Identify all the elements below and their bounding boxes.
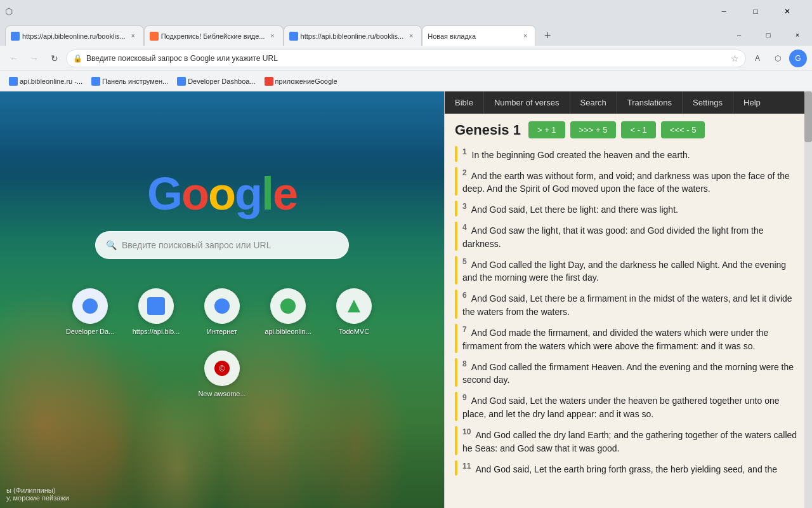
verse-row: 8 And God called the firmament Heaven. A… <box>455 358 802 387</box>
verse-text: And the earth was without form, and void… <box>462 170 790 194</box>
google-e: e <box>273 168 297 219</box>
search-placeholder: Введите поисковый запрос или URL <box>122 240 271 250</box>
tab-close-4[interactable]: × <box>520 31 530 41</box>
svg-point-3 <box>280 298 296 314</box>
forward-button[interactable]: → <box>25 50 43 67</box>
bible-nav-translations[interactable]: Translations <box>617 91 683 114</box>
bible-chapter-header: Genesis 1 > + 1 >>> + 5 < - 1 <<< - 5 <box>455 121 802 138</box>
search-box[interactable]: 🔍 Введите поисковый запрос или URL <box>95 231 349 259</box>
verse-text: And God made the firmament, and divided … <box>462 328 768 351</box>
verse-content: 3 And God said, Let there be light: and … <box>462 201 802 217</box>
verse-text: And God said, Let the earth bring forth … <box>475 464 777 474</box>
verse-number: 1 <box>462 147 467 156</box>
shortcut-label-1: Developer Da... <box>65 328 115 335</box>
nav-next5-button[interactable]: >>> + 5 <box>570 121 617 138</box>
shortcut-icon-3 <box>204 288 240 324</box>
nav-help-label: Help <box>743 98 761 107</box>
maximize-button[interactable]: □ <box>741 2 770 21</box>
verse-content: 1 In the beginning God created the heave… <box>462 146 802 162</box>
verse-marker <box>455 167 457 196</box>
verse-content: 7 And God made the firmament, and divide… <box>462 324 802 353</box>
verse-content: 9 And God said, Let the waters under the… <box>462 392 802 421</box>
back-button[interactable]: ← <box>5 50 23 67</box>
minimize-button[interactable]: – <box>709 2 738 21</box>
extensions-icon[interactable]: ⬡ <box>769 50 787 67</box>
new-tab-button[interactable]: + <box>539 27 556 44</box>
verse-number: 9 <box>462 393 467 402</box>
verse-row: 4 And God saw the light, that it was goo… <box>455 222 802 251</box>
close-button[interactable]: ✕ <box>773 2 802 21</box>
verse-row: 9 And God said, Let the waters under the… <box>455 392 802 421</box>
scrollbar-track[interactable] <box>804 91 812 508</box>
verse-text: And God called the dry land Earth; and t… <box>462 430 797 453</box>
shortcut-3[interactable]: Интернет <box>197 288 247 335</box>
search-box-container: 🔍 Введите поисковый запрос или URL <box>95 231 349 259</box>
bible-nav-search[interactable]: Search <box>570 91 617 114</box>
nav-bible-label: Bible <box>455 98 473 107</box>
verse-marker <box>455 146 457 162</box>
bible-nav-number[interactable]: Number of verses <box>484 91 570 114</box>
close-btn2[interactable]: × <box>783 25 812 44</box>
bookmark-item-4[interactable]: приложениеGoogle <box>261 75 341 88</box>
shortcut-label-2: https://api.bib... <box>131 328 181 335</box>
nav-translations-label: Translations <box>627 98 672 107</box>
bible-nav-bible[interactable]: Bible <box>445 91 484 114</box>
verse-text: And God called the light Day, and the da… <box>462 259 786 283</box>
shortcut-label-6: New awsome... <box>197 390 247 398</box>
verse-content: 8 And God called the firmament Heaven. A… <box>462 358 802 387</box>
shortcut-2[interactable]: https://api.bib... <box>131 288 181 335</box>
tab-close-3[interactable]: × <box>406 31 416 41</box>
tab-1[interactable]: https://api.bibleonline.ru/booklis... × <box>5 25 144 46</box>
bookmark-item-2[interactable]: Панель инструмен... <box>88 75 172 88</box>
verse-row: 10 And God called the dry land Earth; an… <box>455 426 802 455</box>
browser-icon: ⬡ <box>5 6 13 17</box>
tab-title-2: Подкрепись! Библейские виде... <box>161 32 265 40</box>
translate-icon[interactable]: A <box>749 50 766 67</box>
nav-prev1-button[interactable]: < - 1 <box>621 121 655 138</box>
bookmark-favicon-3 <box>177 77 186 86</box>
verse-row: 7 And God made the firmament, and divide… <box>455 324 802 353</box>
refresh-button[interactable]: ↻ <box>46 50 63 67</box>
main-content: Google 🔍 Введите поисковый запрос или UR… <box>0 91 812 508</box>
minimize-btn2[interactable]: – <box>724 25 754 44</box>
shortcut-4[interactable]: api.bibleonlin... <box>263 288 313 335</box>
verse-marker <box>455 222 457 251</box>
nav-settings-label: Settings <box>693 98 723 107</box>
speed-dial: Developer Da... https://api.bib... Интер… <box>63 288 381 398</box>
verse-row: 3 And God said, Let there be light: and … <box>455 201 802 217</box>
tab-4[interactable]: Новая вкладка × <box>422 25 536 46</box>
verse-row: 6 And God said, Let there be a firmament… <box>455 290 802 319</box>
shortcut-label-3: Интернет <box>197 328 247 335</box>
verse-marker <box>455 392 457 421</box>
verse-marker <box>455 290 457 319</box>
restore-btn2[interactable]: □ <box>754 25 783 44</box>
verses-container: 1 In the beginning God created the heave… <box>455 146 802 476</box>
bottom-text: ы (Филиппины) у, морские пейзажи <box>6 486 69 502</box>
tab-close-2[interactable]: × <box>268 31 278 41</box>
profile-icon[interactable]: G <box>789 50 807 67</box>
toolbar: ← → ↻ 🔒 Введите поисковый запрос в Googl… <box>0 46 812 71</box>
tab-3[interactable]: https://api.bibleonline.ru/booklis... × <box>284 25 422 46</box>
scrollbar-thumb[interactable] <box>804 91 812 142</box>
tab-window-controls: – □ × <box>724 25 812 44</box>
shortcut-6[interactable]: © New awsome... <box>197 351 247 398</box>
svg-point-2 <box>214 298 230 314</box>
verse-marker <box>455 324 457 353</box>
nav-next1-button[interactable]: > + 1 <box>528 121 565 138</box>
bible-nav-help[interactable]: Help <box>733 91 771 114</box>
tab-2[interactable]: Подкрепись! Библейские виде... × <box>144 25 284 46</box>
bookmark-item-3[interactable]: Developer Dashboa... <box>173 75 259 88</box>
shortcut-1[interactable]: Developer Da... <box>65 288 115 335</box>
bible-content: Genesis 1 > + 1 >>> + 5 < - 1 <<< - 5 1 … <box>445 114 812 508</box>
bookmark-star-icon[interactable]: ☆ <box>731 53 739 64</box>
verse-number: 4 <box>462 223 467 232</box>
nav-prev5-button[interactable]: <<< - 5 <box>661 121 705 138</box>
bookmark-item-1[interactable]: api.bibleonline.ru -... <box>5 75 86 88</box>
address-bar[interactable]: 🔒 Введите поисковый запрос в Google или … <box>66 50 746 67</box>
shortcut-5[interactable]: TodoMVC <box>329 288 379 335</box>
svg-text:©: © <box>219 364 225 373</box>
bookmark-favicon-1 <box>9 77 18 86</box>
tab-title-1: https://api.bibleonline.ru/booklis... <box>22 32 126 40</box>
bible-nav-settings[interactable]: Settings <box>683 91 733 114</box>
tab-close-1[interactable]: × <box>128 31 138 41</box>
